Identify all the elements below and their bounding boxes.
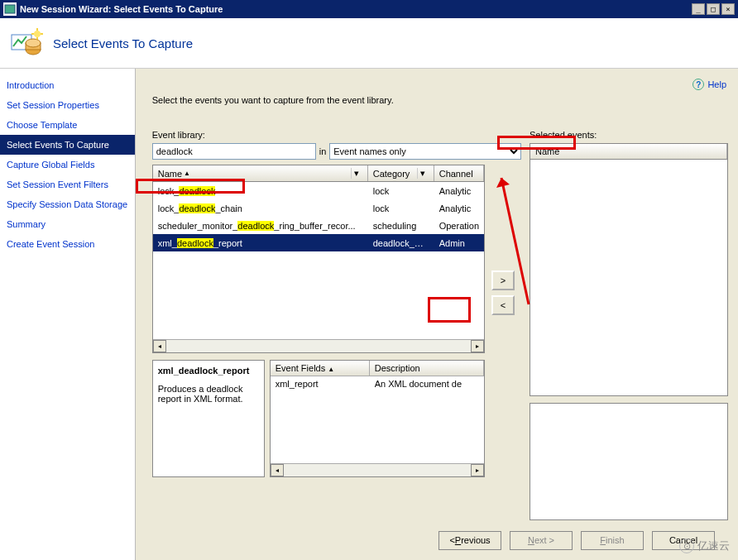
in-label: in	[319, 146, 327, 156]
scroll-left-icon[interactable]: ◂	[153, 340, 166, 352]
window-title: New Session Wizard: Select Events To Cap…	[20, 4, 692, 14]
column-header-name[interactable]: Name ▲ ▾	[153, 165, 368, 181]
selected-event-detail-box	[530, 403, 728, 520]
transfer-buttons: > <	[485, 115, 521, 471]
grid-hscroll[interactable]: ◂ ▸	[153, 339, 484, 352]
search-input[interactable]	[152, 143, 316, 160]
column-header-name[interactable]: Name	[530, 144, 727, 159]
column-filter-icon[interactable]: ▾	[417, 168, 429, 179]
sidebar-item[interactable]: Set Session Properties	[0, 95, 135, 115]
table-row[interactable]: scheduler_monitor_deadlock_ring_buffer_r…	[153, 217, 484, 234]
selected-events-label: Selected events:	[530, 130, 728, 140]
event-library-label: Event library:	[152, 130, 521, 140]
column-header-category[interactable]: Category ▾	[368, 165, 434, 181]
table-row[interactable]: xml_deadlock_reportdeadlock_mo...Admin	[153, 234, 484, 251]
page-title: Select Events To Capture	[53, 36, 193, 50]
event-description-box: xml_deadlock_report Produces a deadlock …	[152, 360, 265, 477]
column-header-event-fields[interactable]: Event Fields ▲	[271, 361, 370, 376]
help-icon: ?	[692, 79, 704, 90]
window-titlebar: New Session Wizard: Select Events To Cap…	[0, 0, 738, 18]
svg-point-5	[26, 39, 41, 47]
wizard-icon	[10, 26, 43, 60]
sort-asc-icon: ▲	[184, 170, 190, 177]
column-header-description[interactable]: Description	[370, 361, 484, 376]
sidebar-item[interactable]: Specify Session Data Storage	[0, 194, 135, 214]
remove-event-button[interactable]: <	[491, 295, 515, 315]
help-link[interactable]: ? Help	[692, 79, 726, 90]
event-fields-grid[interactable]: Event Fields ▲ Description xml_reportAn …	[270, 360, 485, 477]
event-detail-desc: Produces a deadlock report in XML format…	[158, 384, 259, 404]
previous-button[interactable]: < Previous	[438, 531, 501, 550]
sidebar-item[interactable]: Summary	[0, 214, 135, 234]
sidebar-item[interactable]: Create Event Session	[0, 234, 135, 254]
table-row[interactable]: lock_deadlocklockAnalytic	[153, 182, 484, 199]
event-detail-title: xml_deadlock_report	[158, 366, 259, 376]
watermark-icon: ⊙	[679, 538, 694, 553]
table-row[interactable]: xml_reportAn XML document de	[271, 376, 484, 391]
wizard-nav-sidebar: IntroductionSet Session PropertiesChoose…	[0, 69, 136, 560]
instruction-text: Select the events you want to capture fr…	[152, 95, 728, 105]
event-library-grid[interactable]: Name ▲ ▾ Category ▾ Channel	[152, 165, 485, 353]
selected-events-grid[interactable]: Name	[530, 143, 728, 396]
maximize-button[interactable]: □	[707, 3, 720, 15]
table-row[interactable]: lock_deadlock_chainlockAnalytic	[153, 199, 484, 217]
finish-button[interactable]: Finish	[581, 531, 644, 550]
wizard-header: Select Events To Capture	[0, 18, 738, 69]
svg-point-6	[34, 31, 41, 37]
watermark: ⊙ 亿速云	[679, 538, 730, 553]
scroll-left-icon[interactable]: ◂	[271, 464, 284, 476]
sidebar-item[interactable]: Capture Global Fields	[0, 155, 135, 175]
scroll-right-icon[interactable]: ▸	[471, 340, 484, 352]
minimize-button[interactable]: _	[692, 3, 705, 15]
column-header-channel[interactable]: Channel	[434, 165, 484, 181]
sidebar-item[interactable]: Introduction	[0, 75, 135, 95]
app-icon	[3, 2, 17, 16]
sidebar-item[interactable]: Select Events To Capture	[0, 135, 135, 155]
sidebar-item[interactable]: Choose Template	[0, 115, 135, 135]
close-button[interactable]: ×	[721, 3, 735, 15]
next-button[interactable]: Next >	[510, 531, 573, 550]
column-filter-icon[interactable]: ▾	[351, 168, 362, 179]
svg-rect-1	[5, 5, 15, 13]
help-label: Help	[707, 79, 726, 89]
scroll-right-icon[interactable]: ▸	[471, 464, 484, 476]
add-event-button[interactable]: >	[491, 270, 515, 290]
sidebar-item[interactable]: Set Session Event Filters	[0, 175, 135, 194]
